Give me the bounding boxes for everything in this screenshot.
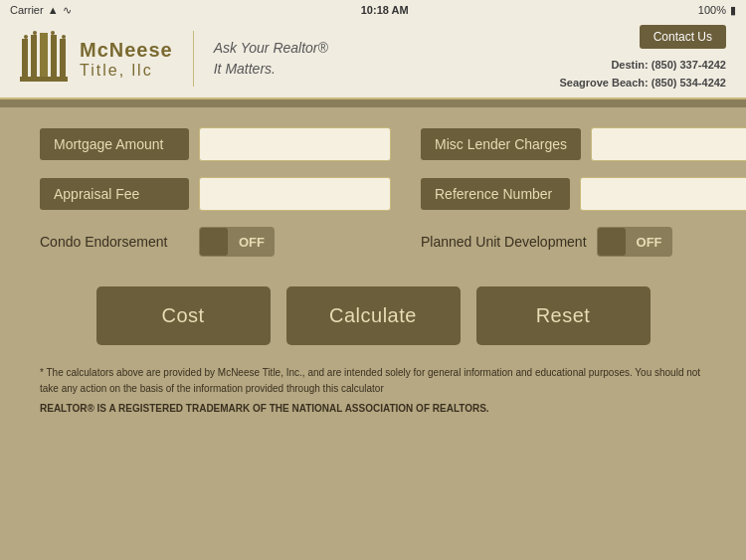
battery-label: 100% bbox=[698, 4, 726, 16]
planned-unit-label: Planned Unit Development bbox=[421, 234, 587, 250]
condo-toggle-thumb bbox=[200, 228, 228, 256]
status-bar: Carrier ▲ ∿ 10:18 AM 100% ▮ bbox=[0, 0, 746, 20]
planned-toggle-state: OFF bbox=[627, 235, 672, 250]
status-carrier: Carrier ▲ ∿ bbox=[10, 4, 72, 17]
mortgage-amount-input[interactable] bbox=[199, 127, 391, 161]
logo-area: McNeese Title, llc bbox=[20, 31, 194, 87]
contact-phones: Destin: (850) 337-4242 Seagrove Beach: (… bbox=[559, 57, 726, 92]
planned-unit-toggle[interactable]: OFF bbox=[597, 227, 672, 257]
svg-rect-1 bbox=[31, 35, 37, 77]
main-content: Mortgage Amount Misc Lender Charges Appr… bbox=[0, 107, 746, 434]
planned-toggle-thumb bbox=[598, 228, 626, 256]
buttons-row: Cost Calculate Reset bbox=[40, 286, 706, 345]
reference-number-input[interactable] bbox=[580, 177, 746, 211]
tagline-area: Ask Your Realtor® It Matters. bbox=[194, 38, 560, 80]
form-grid: Mortgage Amount Misc Lender Charges Appr… bbox=[40, 127, 706, 257]
phone2-label: Seagrove Beach: bbox=[559, 77, 648, 89]
mortgage-amount-row: Mortgage Amount bbox=[40, 127, 391, 161]
disclaimer-text: * The calculators above are provided by … bbox=[40, 365, 706, 397]
phone1-number: (850) 337-4242 bbox=[652, 59, 726, 71]
cost-button[interactable]: Cost bbox=[96, 286, 271, 345]
mortgage-amount-label: Mortgage Amount bbox=[40, 128, 189, 160]
svg-rect-3 bbox=[51, 35, 57, 77]
condo-endorsement-toggle[interactable]: OFF bbox=[199, 227, 275, 257]
planned-unit-row: Planned Unit Development OFF bbox=[421, 227, 746, 257]
status-right: 100% ▮ bbox=[698, 4, 736, 17]
reset-button[interactable]: Reset bbox=[476, 286, 651, 345]
header-separator bbox=[0, 99, 746, 107]
phone2-number: (850) 534-4242 bbox=[652, 77, 726, 89]
header: McNeese Title, llc Ask Your Realtor® It … bbox=[0, 20, 746, 99]
reference-number-row: Reference Number bbox=[421, 177, 746, 211]
logo-mcneese: McNeese bbox=[80, 39, 173, 62]
svg-rect-0 bbox=[22, 39, 28, 77]
svg-rect-5 bbox=[20, 77, 68, 82]
wifi-icon: ∿ bbox=[63, 4, 72, 17]
phone1-label: Destin: bbox=[611, 59, 648, 71]
logo-icon bbox=[20, 31, 68, 87]
contact-button[interactable]: Contact Us bbox=[640, 25, 726, 49]
tagline: Ask Your Realtor® It Matters. bbox=[214, 38, 540, 80]
appraisal-fee-input[interactable] bbox=[199, 177, 391, 211]
misc-lender-input[interactable] bbox=[591, 127, 746, 161]
svg-rect-6 bbox=[24, 35, 28, 39]
svg-rect-2 bbox=[40, 33, 48, 77]
footer-disclaimer: * The calculators above are provided by … bbox=[40, 365, 706, 414]
misc-lender-label: Misc Lender Charges bbox=[421, 128, 581, 160]
trademark-text: REALTOR® IS A REGISTERED TRADEMARK OF TH… bbox=[40, 403, 706, 414]
time-label: 10:18 AM bbox=[361, 4, 409, 16]
tagline-line2: It Matters. bbox=[214, 59, 540, 80]
appraisal-fee-row: Appraisal Fee bbox=[40, 177, 391, 211]
appraisal-fee-label: Appraisal Fee bbox=[40, 178, 189, 210]
carrier-label: Carrier bbox=[10, 4, 44, 16]
logo-title: Title, llc bbox=[80, 62, 173, 80]
reference-number-label: Reference Number bbox=[421, 178, 570, 210]
condo-endorsement-label: Condo Endorsement bbox=[40, 234, 189, 250]
svg-rect-7 bbox=[33, 31, 37, 35]
svg-rect-9 bbox=[62, 35, 66, 39]
calculate-button[interactable]: Calculate bbox=[286, 286, 461, 345]
condo-endorsement-row: Condo Endorsement OFF bbox=[40, 227, 391, 257]
condo-toggle-state: OFF bbox=[229, 235, 275, 250]
signal-icon: ▲ bbox=[48, 4, 59, 16]
contact-area: Contact Us Destin: (850) 337-4242 Seagro… bbox=[559, 25, 726, 92]
misc-lender-row: Misc Lender Charges bbox=[421, 127, 746, 161]
svg-rect-4 bbox=[60, 39, 66, 77]
logo-text: McNeese Title, llc bbox=[80, 39, 173, 80]
battery-icon: ▮ bbox=[730, 4, 736, 17]
phone1: Destin: (850) 337-4242 bbox=[559, 57, 726, 75]
phone2: Seagrove Beach: (850) 534-4242 bbox=[559, 75, 726, 93]
tagline-line1: Ask Your Realtor® bbox=[214, 38, 540, 59]
svg-rect-8 bbox=[51, 31, 55, 35]
